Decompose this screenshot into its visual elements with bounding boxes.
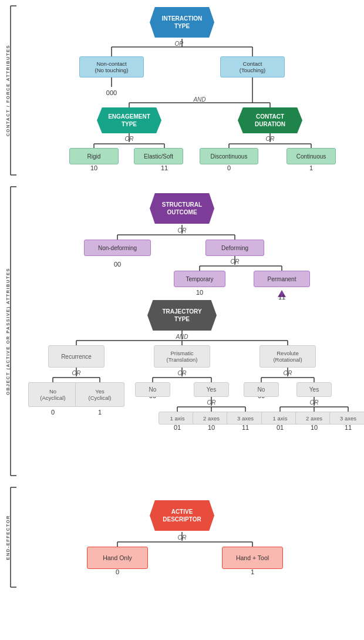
hand-only-node: Hand Only bbox=[87, 547, 148, 569]
svg-text:OR: OR bbox=[72, 370, 81, 376]
svg-text:000: 000 bbox=[106, 89, 117, 96]
svg-text:OR: OR bbox=[310, 399, 319, 406]
pri-yes-node: Yes bbox=[194, 382, 229, 397]
svg-text:OR: OR bbox=[207, 399, 216, 406]
svg-text:OR: OR bbox=[266, 136, 275, 142]
svg-text:1: 1 bbox=[98, 409, 102, 416]
hand-tool-node: Hand + Tool bbox=[222, 547, 283, 569]
svg-text:00: 00 bbox=[114, 261, 121, 268]
svg-text:OR: OR bbox=[175, 41, 184, 47]
trajectory-type-node: TRAJECTORY TYPE bbox=[147, 300, 217, 331]
svg-text:01: 01 bbox=[174, 424, 181, 431]
rev-3axes-node: 3 axes bbox=[329, 412, 364, 425]
elastic-soft-node: Elastic/Soft bbox=[134, 148, 183, 164]
non-deforming-node: Non-deforming bbox=[84, 240, 151, 256]
svg-text:OR: OR bbox=[178, 370, 187, 376]
svg-text:1: 1 bbox=[251, 568, 254, 575]
svg-text:OR: OR bbox=[231, 258, 240, 265]
svg-text:11: 11 bbox=[242, 424, 249, 431]
contact-node: Contact (Touching) bbox=[220, 56, 285, 78]
interaction-type-node: INTERACTION TYPE bbox=[150, 7, 214, 38]
engagement-type-node: ENGAGEMENT TYPE bbox=[97, 107, 161, 133]
svg-text:0: 0 bbox=[51, 409, 55, 416]
revolute-node: Revolute (Rotational) bbox=[259, 345, 316, 368]
rigid-node: Rigid bbox=[69, 148, 119, 164]
svg-text:0: 0 bbox=[116, 568, 119, 575]
pri-2axes-node: 2 axes bbox=[193, 412, 230, 425]
svg-text:AND: AND bbox=[193, 96, 205, 103]
recurrence-node: Recurrence bbox=[48, 345, 105, 368]
svg-text:01: 01 bbox=[277, 424, 284, 431]
discontinuous-node: Discontinuous bbox=[200, 148, 258, 164]
prismatic-node: Prismatic (Translation) bbox=[154, 345, 210, 368]
rev-no-node: No bbox=[244, 382, 279, 397]
svg-text:1: 1 bbox=[309, 164, 313, 171]
continuous-node: Continuous bbox=[287, 148, 336, 164]
non-contact-node: Non-contact (No touching) bbox=[79, 56, 144, 78]
temporary-node: Temporary bbox=[174, 271, 225, 287]
svg-text:10: 10 bbox=[208, 424, 215, 431]
rev-yes-node: Yes bbox=[296, 382, 332, 397]
svg-text:OR: OR bbox=[178, 227, 187, 234]
svg-text:11: 11 bbox=[278, 294, 285, 301]
svg-text:OR: OR bbox=[178, 534, 187, 541]
contact-duration-node: CONTACT DURATION bbox=[238, 107, 302, 133]
rec-yes-node: Yes (Cyclical) bbox=[75, 382, 124, 407]
svg-text:0: 0 bbox=[227, 164, 231, 171]
rev-2axes-node: 2 axes bbox=[295, 412, 333, 425]
pri-no-node: No bbox=[135, 382, 170, 397]
structural-outcome-node: STRUCTURAL OUTCOME bbox=[150, 193, 214, 224]
active-descriptor-node: ACTIVE DESCRIPTOR bbox=[150, 500, 214, 531]
permanent-node: Permanent bbox=[254, 271, 310, 287]
svg-text:11: 11 bbox=[161, 164, 168, 171]
svg-text:10: 10 bbox=[196, 289, 203, 296]
svg-text:10: 10 bbox=[311, 424, 318, 431]
svg-text:AND: AND bbox=[175, 334, 188, 340]
deforming-node: Deforming bbox=[205, 240, 264, 256]
rev-1axis-node: 1 axis bbox=[261, 412, 299, 425]
svg-text:OR: OR bbox=[284, 370, 292, 376]
pri-3axes-node: 3 axes bbox=[227, 412, 264, 425]
rec-no-node: No (Acyclical) bbox=[28, 382, 77, 407]
svg-text:11: 11 bbox=[345, 424, 352, 431]
svg-text:10: 10 bbox=[90, 164, 97, 171]
pri-1axis-node: 1 axis bbox=[159, 412, 196, 425]
svg-text:OR: OR bbox=[125, 136, 134, 142]
